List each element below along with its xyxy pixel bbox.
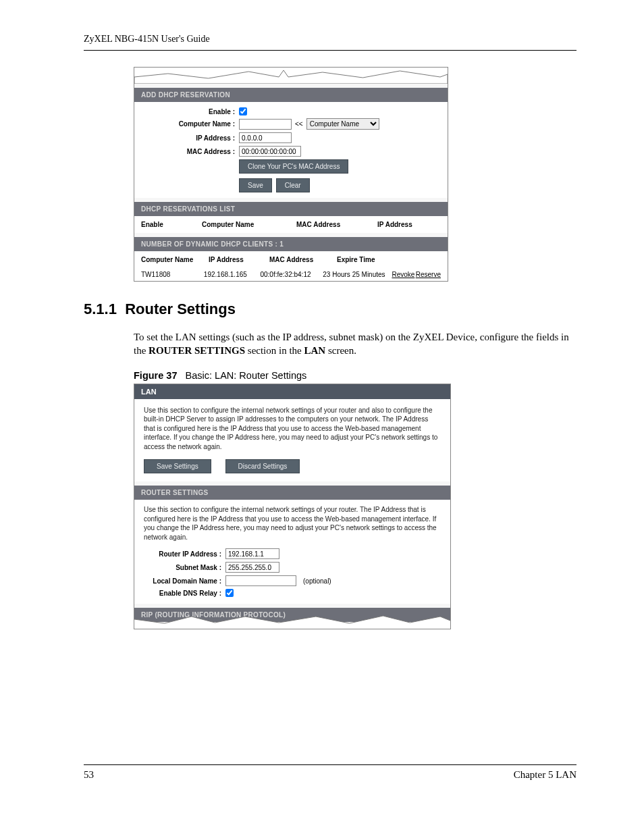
client-header-computer: Computer Name (141, 256, 209, 263)
reservations-list-title: DHCP RESERVATIONS LIST (134, 202, 448, 216)
reserve-link[interactable]: Reserve (416, 271, 441, 278)
subnet-input[interactable] (225, 562, 279, 573)
res-header-computer: Computer Name (202, 221, 296, 228)
optional-label: (optional) (296, 577, 331, 585)
res-header-enable: Enable (141, 221, 202, 228)
mac-address-label: MAC Address : (134, 148, 239, 155)
arrow-label: << (292, 120, 306, 128)
section-title: Router Settings (125, 301, 236, 317)
lan-title-bar: LAN (134, 384, 450, 399)
computer-name-input[interactable] (239, 119, 292, 130)
client-header-mac: MAC Address (269, 256, 337, 263)
page-number: 53 (84, 769, 94, 781)
save-settings-button[interactable]: Save Settings (144, 459, 211, 473)
figure-title: Basic: LAN: Router Settings (186, 370, 307, 381)
res-header-ip: IP Address (377, 221, 412, 228)
doc-header: ZyXEL NBG-415N User's Guide (84, 34, 576, 51)
body-text3: screen. (325, 345, 356, 356)
chapter-label: Chapter 5 LAN (514, 769, 576, 781)
section-number: 5.1.1 (84, 301, 117, 317)
router-ip-label: Router IP Address : (134, 550, 225, 558)
client-row: TW11808 192.168.1.165 00:0f:fe:32:b4:12 … (134, 268, 448, 281)
res-header-mac: MAC Address (296, 221, 377, 228)
torn-edge-bottom (134, 613, 450, 629)
client-header-expire: Expire Time (337, 256, 375, 263)
client-header-ip: IP Address (209, 256, 269, 263)
router-ip-input[interactable] (225, 548, 279, 559)
body-text2: section in the (245, 345, 304, 356)
ip-address-input[interactable] (239, 132, 292, 143)
revoke-link[interactable]: Revoke (392, 271, 415, 278)
client-ip: 192.168.1.165 (204, 271, 261, 278)
section-heading: 5.1.1 Router Settings (84, 301, 576, 318)
local-domain-input[interactable] (225, 575, 296, 586)
client-expire: 23 Hours 25 Minutes (323, 271, 392, 278)
ip-address-label: IP Address : (134, 134, 239, 142)
dns-relay-label: Enable DNS Relay : (134, 590, 225, 597)
router-settings-title: ROUTER SETTINGS (134, 486, 450, 500)
screenshot-lan: LAN Use this section to configure the in… (134, 384, 451, 630)
enable-label: Enable : (134, 108, 239, 115)
figure-number: Figure 37 (134, 370, 177, 381)
add-dhcp-section-title: ADD DHCP RESERVATION (134, 88, 448, 102)
page-footer: 53 Chapter 5 LAN (84, 764, 576, 781)
mac-address-input[interactable] (239, 146, 301, 157)
torn-edge-top (134, 68, 448, 84)
body-bold2: LAN (304, 345, 326, 356)
computer-name-select[interactable]: Computer Name (306, 118, 379, 130)
lan-description: Use this section to configure the intern… (134, 399, 450, 457)
client-computer: TW11808 (141, 271, 204, 278)
screenshot-dhcp: ADD DHCP RESERVATION Enable : Computer N… (134, 67, 448, 282)
client-mac: 00:0f:fe:32:b4:12 (260, 271, 323, 278)
clear-button[interactable]: Clear (276, 178, 310, 192)
save-button[interactable]: Save (239, 178, 272, 192)
figure-caption: Figure 37 Basic: LAN: Router Settings (134, 370, 576, 381)
clients-count-title: NUMBER OF DYNAMIC DHCP CLIENTS : 1 (134, 237, 448, 251)
enable-checkbox[interactable] (239, 107, 247, 115)
subnet-label: Subnet Mask : (134, 564, 225, 571)
computer-name-label: Computer Name : (134, 120, 239, 128)
body-bold: ROUTER SETTINGS (149, 345, 245, 356)
discard-settings-button[interactable]: Discard Settings (225, 459, 300, 473)
dns-relay-checkbox[interactable] (225, 589, 234, 597)
section-body: To set the LAN settings (such as the IP … (134, 330, 576, 358)
router-settings-desc: Use this section to configure the intern… (134, 500, 450, 547)
clone-mac-button[interactable]: Clone Your PC's MAC Address (239, 159, 348, 174)
local-domain-label: Local Domain Name : (134, 577, 225, 585)
guide-title: ZyXEL NBG-415N User's Guide (84, 34, 210, 44)
